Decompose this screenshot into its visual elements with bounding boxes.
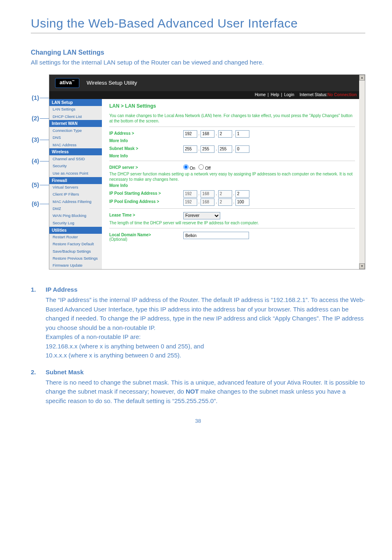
- sidebar-item-security-log[interactable]: Security Log: [49, 219, 102, 226]
- sidebar-group-utilities: Utilities: [49, 227, 102, 234]
- sidebar-item-wan-ping[interactable]: WAN Ping Blocking: [49, 212, 102, 219]
- sidebar-item-restore-factory[interactable]: Restore Factory Default: [49, 241, 102, 248]
- li2-title: Subnet Mask: [46, 369, 84, 376]
- content-breadcrumb: LAN > LAN Settings: [109, 103, 355, 109]
- sidebar-item-mac-filtering[interactable]: MAC Address Filtering: [49, 198, 102, 205]
- sidebar-group-firewall: Firewall: [49, 177, 102, 184]
- nav-help[interactable]: Help: [271, 92, 279, 97]
- sidebar-item-restart[interactable]: Restart Router: [49, 234, 102, 241]
- subnet-octet-1[interactable]: [183, 145, 197, 153]
- internet-status-value: No Connection: [327, 92, 357, 97]
- title-bar: ativa™ Wireless Setup Utility: [49, 75, 365, 91]
- ip-octet-4[interactable]: [235, 130, 249, 138]
- pool-end-2: [201, 198, 214, 206]
- dhcp-server-label: DHCP server >: [109, 164, 183, 170]
- sidebar-item-client-ip-filters[interactable]: Client IP Filters: [49, 191, 102, 198]
- sidebar-item-connection-type[interactable]: Connection Type: [49, 127, 102, 134]
- scrollbar[interactable]: ▴ ▾: [359, 75, 365, 270]
- section-heading: Changing LAN Settings: [31, 49, 365, 56]
- pool-end-label: IP Pool Ending Address >: [109, 198, 183, 204]
- scroll-down-icon[interactable]: ▾: [359, 263, 365, 269]
- sidebar-item-access-point[interactable]: Use as Access Point: [49, 170, 102, 177]
- lease-description: The length of time the DHCP server will …: [109, 220, 355, 226]
- section-intro: All settings for the internal LAN setup …: [31, 58, 365, 67]
- sidebar-item-dns[interactable]: DNS: [49, 134, 102, 141]
- page-number: 38: [31, 418, 365, 424]
- pool-start-1: [183, 190, 197, 198]
- subnet-more-info[interactable]: More Info: [109, 154, 355, 158]
- pool-start-2: [201, 190, 214, 198]
- content-panel: LAN > LAN Settings You can make changes …: [102, 99, 365, 270]
- sidebar-item-lan-settings[interactable]: LAN Settings: [49, 106, 102, 113]
- ip-more-info[interactable]: More Info: [109, 138, 355, 143]
- lease-time-label: Lease Time >: [109, 212, 183, 217]
- sidebar-item-save-backup[interactable]: Save/Backup Settings: [49, 248, 102, 255]
- li2-num: 2.: [31, 369, 46, 376]
- sidebar-item-restore-prev[interactable]: Restore Previous Settings: [49, 255, 102, 262]
- pool-end-1: [183, 198, 197, 206]
- ip-address-label: IP Address >: [109, 130, 183, 136]
- subnet-octet-2[interactable]: [201, 145, 214, 153]
- dhcp-on-radio[interactable]: [183, 164, 189, 170]
- page-title: Using the Web-Based Advanced User Interf…: [31, 16, 365, 33]
- li1-body: The “IP address” is the internal IP addr…: [46, 295, 365, 360]
- ip-octet-3[interactable]: [218, 130, 232, 138]
- sidebar-item-security[interactable]: Security: [49, 163, 102, 170]
- local-domain-input[interactable]: [183, 232, 249, 239]
- pool-start-3: [218, 190, 232, 198]
- ip-octet-2[interactable]: [201, 130, 214, 138]
- status-bar: Home | Help | Login Internet Status:No C…: [49, 91, 365, 99]
- utility-title: Wireless Setup Utility: [87, 80, 137, 86]
- sidebar-group-wireless: Wireless: [49, 148, 102, 155]
- brand-logo: ativa™: [55, 78, 79, 88]
- sidebar-item-dmz[interactable]: DMZ: [49, 205, 102, 212]
- ip-octet-1[interactable]: [183, 130, 197, 138]
- nav-login[interactable]: Login: [284, 92, 294, 97]
- nav-home[interactable]: Home: [255, 92, 266, 97]
- sidebar-group-lan: LAN Setup: [49, 99, 102, 106]
- sidebar-item-channel-ssid[interactable]: Channel and SSID: [49, 155, 102, 162]
- sidebar-item-firmware[interactable]: Firmware Update: [49, 262, 102, 269]
- subnet-label: Subnet Mask >: [109, 145, 183, 151]
- sidebar-item-mac-address[interactable]: MAC Address: [49, 141, 102, 148]
- sidebar-item-virtual-servers[interactable]: Virtual Servers: [49, 184, 102, 191]
- pool-end-4[interactable]: [235, 198, 249, 206]
- li1-num: 1.: [31, 286, 46, 293]
- subnet-octet-3[interactable]: [218, 145, 232, 153]
- dhcp-off-radio[interactable]: [198, 164, 204, 170]
- dhcp-more-info[interactable]: More Info: [109, 183, 355, 188]
- scroll-up-icon[interactable]: ▴: [359, 75, 365, 81]
- li2-body: There is no need to change the subnet ma…: [46, 378, 365, 406]
- pool-start-4[interactable]: [235, 190, 249, 198]
- router-screenshot: (1) (2) (3) (4) (5) (6) ▴ ▾ ativa™ Wirel…: [31, 74, 365, 270]
- sidebar-item-dhcp-client-list[interactable]: DHCP Client List: [49, 113, 102, 120]
- dhcp-description: The DHCP server function makes setting u…: [109, 171, 355, 182]
- sidebar-group-wan: Internet WAN: [49, 120, 102, 127]
- sidebar: LAN Setup LAN Settings DHCP Client List …: [49, 99, 102, 270]
- internet-status-label: Internet Status:: [300, 92, 327, 97]
- li1-title: IP Address: [46, 286, 78, 293]
- pool-end-3: [218, 198, 232, 206]
- local-domain-label: Local Domain Name> (Optional): [109, 232, 183, 242]
- subnet-octet-4[interactable]: [235, 145, 249, 153]
- pool-start-label: IP Pool Starting Address >: [109, 190, 183, 196]
- content-description: You can make changes to the Local Area N…: [109, 113, 355, 124]
- lease-time-select[interactable]: Forever: [183, 212, 220, 219]
